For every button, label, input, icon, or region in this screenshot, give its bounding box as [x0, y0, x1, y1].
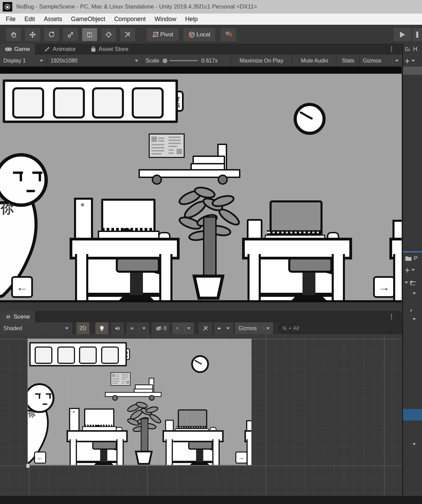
desk-leg: [212, 439, 220, 465]
scale-slider-knob[interactable]: [163, 58, 167, 63]
menu-edit[interactable]: Edit: [20, 14, 39, 25]
project-foldout-row[interactable]: [403, 314, 422, 324]
camera-resize-handle[interactable]: [26, 464, 30, 468]
scene-lighting-button[interactable]: [95, 322, 108, 334]
effects-icon: [130, 325, 134, 332]
scene-search-field[interactable]: [278, 324, 408, 333]
tab-animator[interactable]: Animator: [39, 43, 81, 55]
inventory-slot[interactable]: [53, 87, 85, 119]
shading-mode-dropdown[interactable]: Shaded: [0, 322, 72, 334]
project-foldout-row[interactable]: [403, 289, 422, 298]
wall-poster: [111, 372, 131, 386]
foldout-open-icon[interactable]: [412, 443, 416, 445]
inventory-slot[interactable]: [101, 346, 119, 364]
desk-leg: [165, 439, 173, 465]
rect-tool-button[interactable]: [82, 28, 97, 41]
nav-right-button[interactable]: →: [373, 276, 395, 298]
maximize-on-play-button[interactable]: Maximize On Play: [231, 55, 292, 67]
rotate-tool-button[interactable]: [44, 28, 59, 41]
scene-gizmos-dropdown[interactable]: Gizmos: [235, 322, 273, 334]
resolution-label: 1920x1080: [51, 58, 77, 64]
player-name-label: 你: [1, 200, 14, 217]
move-tool-button[interactable]: [25, 28, 40, 41]
menu-help[interactable]: Help: [181, 14, 202, 25]
inventory-bar: [3, 79, 178, 123]
project-foldout-row[interactable]: [403, 278, 422, 287]
nav-left-button[interactable]: ←: [11, 276, 33, 298]
transform-tool-button[interactable]: [101, 28, 116, 41]
scene-search-input[interactable]: [292, 325, 389, 332]
local-toggle-button[interactable]: Local: [183, 28, 215, 41]
scale-tool-button[interactable]: [63, 28, 78, 41]
inventory-slot[interactable]: [132, 87, 164, 119]
inventory-slot[interactable]: [12, 87, 44, 119]
mute-audio-button[interactable]: Mute Audio: [292, 55, 337, 67]
menu-component[interactable]: Component: [110, 14, 150, 25]
tab-scene[interactable]: Scene: [0, 311, 35, 322]
laptop-keyboard: [267, 230, 321, 235]
pause-button[interactable]: [412, 28, 422, 41]
game-panel-menu-icon[interactable]: ⋮: [388, 45, 395, 53]
game-scene: 背包: [28, 339, 251, 465]
grid-visibility-dropdown[interactable]: [172, 322, 194, 334]
game-view-canvas[interactable]: 背包: [0, 67, 402, 302]
player-eye: [49, 394, 51, 399]
player-name-label: 你: [28, 409, 35, 419]
play-icon: [400, 32, 405, 38]
tab-game[interactable]: Game: [0, 43, 35, 55]
search-filter-chevron[interactable]: [289, 328, 291, 329]
chevron-down-icon: [187, 327, 190, 329]
chevron-down-icon: [411, 60, 415, 62]
laptop-screen: [270, 200, 323, 234]
menu-file[interactable]: File: [1, 14, 20, 25]
chevron-down-icon: [395, 60, 399, 62]
player-eye: [20, 173, 22, 181]
scene-tools-button[interactable]: [199, 322, 212, 334]
menu-window[interactable]: Window: [150, 14, 181, 25]
speaker-icon: [114, 325, 121, 331]
pc-tower: [74, 198, 93, 242]
pivot-toggle-button[interactable]: Pivot: [147, 28, 179, 41]
tab-project[interactable]: P: [403, 252, 422, 264]
scale-slider-track[interactable]: [169, 60, 198, 61]
stats-button[interactable]: Stats: [337, 55, 359, 67]
scene-view-canvas[interactable]: 背包: [0, 334, 402, 496]
nav-left-button[interactable]: ←: [34, 451, 46, 464]
hierarchy-scene-header[interactable]: [403, 67, 422, 75]
inventory-slot[interactable]: [57, 346, 75, 364]
scene-camera-dropdown[interactable]: [214, 322, 233, 334]
foldout-closed-icon[interactable]: [410, 309, 412, 312]
project-foldout-row[interactable]: [403, 439, 422, 449]
play-button[interactable]: [393, 28, 411, 41]
hidden-objects-toggle[interactable]: 0: [152, 322, 170, 334]
inventory-slot[interactable]: [35, 346, 52, 364]
foldout-open-icon[interactable]: [405, 282, 408, 284]
toggle-2d-button[interactable]: 2D: [76, 322, 89, 334]
grid-axis-icon: [176, 325, 179, 332]
game-gizmos-dropdown[interactable]: Gizmos: [360, 55, 402, 67]
tab-hierarchy[interactable]: H: [403, 43, 422, 55]
scene-effects-dropdown[interactable]: [127, 322, 149, 334]
grid-snap-button[interactable]: [221, 28, 236, 41]
nav-right-button[interactable]: →: [235, 451, 247, 464]
scene-panel-menu-icon[interactable]: ⋮: [388, 313, 395, 320]
foldout-open-icon[interactable]: [412, 292, 416, 294]
pivot-label: Pivot: [160, 31, 173, 38]
hierarchy-create-button[interactable]: +: [403, 55, 422, 67]
shelf-wheel: [112, 395, 118, 401]
inventory-slot[interactable]: [79, 346, 97, 364]
project-create-button[interactable]: +: [403, 264, 422, 276]
resolution-dropdown[interactable]: 1920x1080: [47, 55, 142, 67]
project-foldout-row[interactable]: [403, 306, 422, 315]
custom-tools-button[interactable]: [120, 28, 135, 41]
menu-assets[interactable]: Assets: [39, 14, 67, 25]
scene-audio-button[interactable]: [111, 322, 124, 334]
project-selected-item[interactable]: [403, 409, 422, 420]
menu-gameobject[interactable]: GameObject: [67, 14, 110, 25]
inventory-slot[interactable]: [92, 87, 124, 119]
display-dropdown[interactable]: Display 1: [0, 55, 47, 67]
hand-tool-button[interactable]: [6, 28, 21, 41]
hidden-count: 0: [164, 325, 167, 331]
tab-asset-store[interactable]: Asset Store: [86, 43, 133, 55]
foldout-open-icon[interactable]: [412, 318, 416, 320]
